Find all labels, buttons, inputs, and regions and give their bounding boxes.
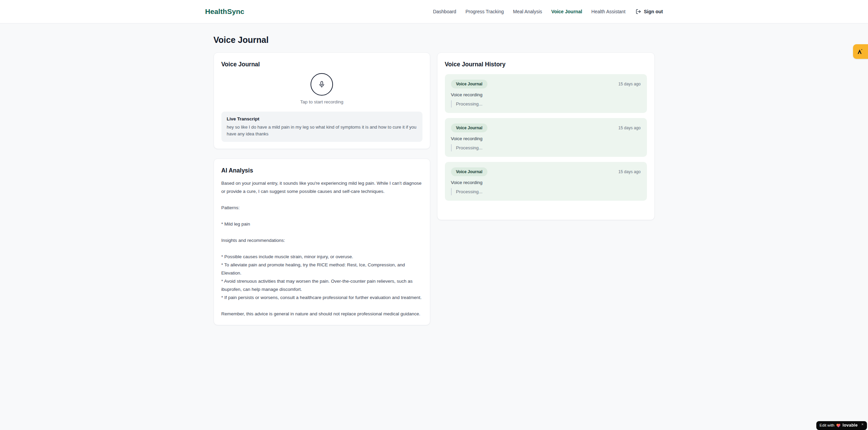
top-navbar: HealthSync DashboardProgress TrackingMea… [0, 0, 868, 23]
history-card-title: Voice Journal History [445, 60, 647, 69]
lovable-brand-label: lovable [842, 423, 857, 428]
main-nav: DashboardProgress TrackingMeal AnalysisV… [433, 9, 625, 14]
ai-analysis-body: Based on your journal entry, it sounds l… [221, 179, 422, 318]
entry-title: Voice recording [451, 180, 641, 185]
corner-partner-badge[interactable] [853, 44, 868, 59]
edit-with-lovable-badge[interactable]: Edit with lovable × [816, 421, 867, 430]
ai-analysis-title: AI Analysis [221, 166, 422, 175]
ai-analysis-card: AI Analysis Based on your journal entry,… [214, 159, 430, 325]
sign-out-label: Sign out [644, 9, 663, 14]
app-logo[interactable]: HealthSync [205, 7, 244, 16]
entry-type-badge: Voice Journal [451, 123, 488, 132]
entry-processing-status: Processing... [451, 144, 641, 151]
nav-item-progress-tracking[interactable]: Progress Tracking [465, 9, 504, 14]
recorder-card-title: Voice Journal [221, 60, 422, 69]
entry-timestamp: 15 days ago [618, 82, 640, 86]
badge-close-icon[interactable]: × [862, 421, 864, 427]
nav-item-meal-analysis[interactable]: Meal Analysis [513, 9, 542, 14]
nav-item-voice-journal[interactable]: Voice Journal [551, 9, 582, 14]
content-columns: Voice Journal Tap to start recording [214, 52, 655, 325]
entry-title: Voice recording [451, 92, 641, 97]
sign-out-button[interactable]: Sign out [636, 9, 663, 14]
entry-type-badge: Voice Journal [451, 80, 488, 88]
recorder-body: Tap to start recording Live Transcript h… [221, 69, 422, 142]
entry-type-badge: Voice Journal [451, 167, 488, 176]
right-column: Voice Journal History Voice Journal 15 d… [437, 52, 655, 220]
entry-processing-status: Processing... [451, 188, 641, 195]
page-title: Voice Journal [214, 35, 655, 45]
nav-item-health-assistant[interactable]: Health Assistant [591, 9, 625, 14]
entry-processing-status: Processing... [451, 100, 641, 108]
entry-title: Voice recording [451, 136, 641, 141]
a-frame-logo-icon [856, 48, 864, 55]
entry-timestamp: 15 days ago [618, 126, 640, 130]
history-entry[interactable]: Voice Journal 15 days ago Voice recordin… [445, 74, 647, 113]
history-list: Voice Journal 15 days ago Voice recordin… [445, 74, 647, 201]
heart-icon [836, 423, 841, 428]
live-transcript-text: hey so like I do have a mild pain in my … [227, 124, 417, 137]
history-entry-toprow: Voice Journal 15 days ago [451, 80, 641, 88]
navbar-container: HealthSync DashboardProgress TrackingMea… [205, 7, 663, 16]
voice-recorder-card: Voice Journal Tap to start recording [214, 52, 430, 149]
entry-timestamp: 15 days ago [618, 169, 640, 174]
history-entry-toprow: Voice Journal 15 days ago [451, 123, 641, 132]
sign-out-icon [636, 9, 641, 14]
left-column: Voice Journal Tap to start recording [214, 52, 430, 325]
main-content: Voice Journal Voice Journal [214, 23, 655, 325]
history-entry[interactable]: Voice Journal 15 days ago Voice recordin… [445, 162, 647, 201]
navbar-right: DashboardProgress TrackingMeal AnalysisV… [433, 9, 663, 14]
live-transcript-title: Live Transcript [227, 116, 417, 121]
nav-item-dashboard[interactable]: Dashboard [433, 9, 456, 14]
voice-journal-history-card: Voice Journal History Voice Journal 15 d… [437, 52, 655, 220]
record-button[interactable] [311, 73, 333, 96]
tap-to-record-hint: Tap to start recording [300, 99, 344, 104]
live-transcript-box: Live Transcript hey so like I do have a … [221, 112, 422, 142]
history-entry-toprow: Voice Journal 15 days ago [451, 167, 641, 176]
edit-with-label: Edit with [820, 423, 834, 427]
history-entry[interactable]: Voice Journal 15 days ago Voice recordin… [445, 118, 647, 157]
microphone-icon [318, 81, 326, 88]
